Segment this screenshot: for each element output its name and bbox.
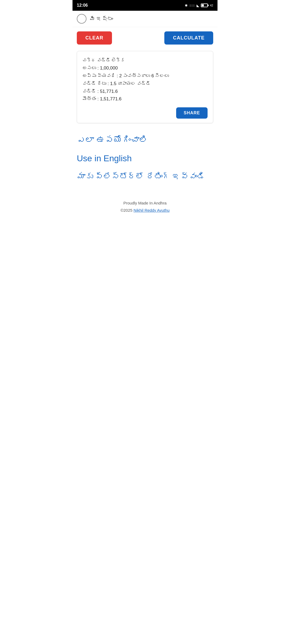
footer-author-link[interactable]: Nikhil Reddy Avuthu	[133, 208, 169, 213]
footer-line1: Proudly Made In Andhra	[77, 199, 213, 207]
app-title: మీ ఇష్టం	[90, 16, 113, 22]
app-icon-circle	[77, 14, 86, 24]
status-icons: ✱ ⫶⫶⫶ ◣ 42	[185, 3, 213, 8]
result-total: మొత్తం : 1,51,771.6	[82, 95, 208, 103]
result-heading: చక్ర వడ్డీ లెక్క	[82, 57, 208, 64]
calculate-button[interactable]: CALCULATE	[164, 31, 213, 45]
battery-level: 42	[210, 4, 213, 7]
share-row: SHARE	[82, 107, 208, 119]
result-card: చక్ర వడ్డీ లెక్క అసలు : 1,00,000 అప్పు వ…	[77, 51, 213, 123]
bluetooth-icon: ✱	[185, 3, 188, 8]
rate-us-link[interactable]: మాకు ప్లేస్టోర్లో రేటింగ్ ఇవ్వండి	[77, 171, 213, 182]
status-bar: 12:06 ✱ ⫶⫶⫶ ◣ 42	[73, 0, 218, 11]
links-section: ఎలా ఉపయోగించాలి Use in English మాకు ప్లే…	[73, 127, 218, 191]
status-time: 12:06	[77, 3, 88, 8]
footer: Proudly Made In Andhra ©2025 Nikhil Redd…	[73, 191, 218, 220]
use-in-english-link[interactable]: Use in English	[77, 152, 213, 164]
result-duration: అప్పు వ్యవధి : 2 సంవత్సరాలు 6 నెలలు	[82, 72, 208, 80]
result-principal: అసలు : 1,00,000	[82, 64, 208, 72]
action-buttons-row: CLEAR CALCULATE	[73, 27, 218, 49]
footer-copyright: ©2025	[121, 208, 134, 213]
signal-icon: ⫶⫶⫶	[189, 3, 195, 8]
wifi-icon: ◣	[197, 3, 199, 8]
result-interest: వడ్డీ : 51,771.6	[82, 88, 208, 96]
result-rate: వడ్డీ రేటు : 1.5 రూపాయల వడ్డీ	[82, 80, 208, 88]
battery-icon	[201, 3, 208, 7]
clear-button[interactable]: CLEAR	[77, 31, 112, 45]
how-to-use-link[interactable]: ఎలా ఉపయోగించాలి	[77, 134, 213, 146]
share-button[interactable]: SHARE	[176, 107, 208, 119]
footer-line2: ©2025 Nikhil Reddy Avuthu	[77, 207, 213, 214]
top-bar: మీ ఇష్టం	[73, 11, 218, 27]
